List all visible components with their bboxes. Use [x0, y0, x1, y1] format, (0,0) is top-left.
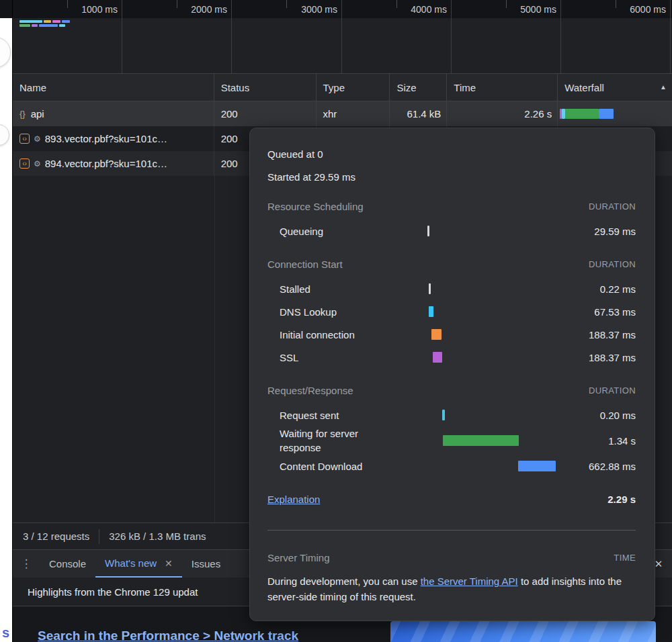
request-size: 61.4 kB: [390, 101, 447, 126]
summary-divider: [99, 529, 99, 544]
devtools-network-panel: 1000 ms 2000 ms 3000 ms 4000 ms 5000 ms …: [12, 0, 672, 642]
screenshot-root: s 1000 ms 2000 ms 3000 ms 4000 ms 5000 m…: [0, 0, 672, 642]
tab-close-icon[interactable]: ✕: [165, 558, 173, 569]
duration-column-header: DURATION: [589, 257, 636, 272]
ruler-tick: [616, 0, 616, 8]
page-behind-button: [0, 37, 11, 68]
requests-count: 3 / 12 requests: [23, 531, 89, 542]
duration-column-header: DURATION: [589, 383, 636, 398]
request-name: 893.vector.pbf?sku=101c…: [45, 133, 167, 144]
started-at-text: Started at 29.59 ms: [267, 170, 636, 185]
code-file-icon: ‹›: [19, 158, 30, 169]
request-row-api[interactable]: {} api 200 xhr 61.4 kB 2.26 s: [13, 101, 672, 126]
tab-console[interactable]: Console: [40, 550, 95, 578]
waiting-for-server-bar: [443, 435, 519, 446]
initial-connection-bar: [431, 329, 442, 340]
sort-ascending-icon: ▲: [660, 83, 667, 91]
explanation-row: Explanation 2.29 s: [267, 492, 636, 507]
timing-row-queueing: Queueing 29.59 ms: [267, 220, 636, 242]
whats-new-article-link[interactable]: Search in the Performance > Network trac…: [38, 629, 298, 642]
tab-whats-new[interactable]: What's new ✕: [95, 550, 182, 578]
tab-issues[interactable]: Issues: [182, 550, 230, 578]
ruler-tick: [177, 0, 177, 8]
timing-row-waiting: Waiting for server response 1.34 s: [267, 426, 636, 455]
xhr-braces-icon: {}: [19, 109, 26, 119]
ruler-gridline: [451, 0, 452, 74]
overview-request-bars: [13, 0, 161, 34]
timing-row-content-download: Content Download 662.88 ms: [267, 455, 636, 477]
ruler-corner: [0, 0, 12, 18]
page-behind-text: s: [2, 625, 9, 641]
request-type: xhr: [317, 101, 390, 126]
ruler-label: 5000 ms: [520, 4, 556, 15]
section-resource-scheduling: Resource Scheduling DURATION: [267, 199, 636, 214]
page-behind-strip: s: [0, 18, 12, 642]
request-name: 894.vector.pbf?sku=101c…: [45, 158, 167, 169]
waterfall-bars[interactable]: [558, 101, 672, 126]
queueing-bar: [427, 226, 429, 236]
server-timing-description: During development, you can use the Serv…: [267, 574, 636, 604]
dns-lookup-bar: [429, 306, 433, 317]
column-header-status[interactable]: Status: [214, 74, 317, 101]
column-header-type[interactable]: Type: [317, 74, 390, 101]
column-header-size[interactable]: Size: [390, 74, 447, 101]
request-status: 200: [214, 101, 317, 126]
queued-at-text: Queued at 0: [267, 147, 636, 162]
request-sent-bar: [442, 410, 445, 420]
ruler-gridline: [341, 0, 342, 74]
total-duration: 2.29 s: [607, 492, 636, 507]
transferred-size: 326 kB / 1.3 MB trans: [109, 531, 206, 542]
gear-icon: ⚙: [34, 134, 41, 144]
ruler-tick: [506, 0, 507, 8]
ruler-gridline: [670, 0, 671, 74]
popover-divider: [267, 530, 636, 531]
server-timing-api-link[interactable]: the Server Timing API: [421, 576, 518, 587]
article-thumbnail[interactable]: [390, 621, 656, 642]
ruler-tick: [286, 0, 287, 8]
page-behind-button: [0, 124, 9, 146]
stalled-bar: [429, 283, 431, 294]
section-server-timing: Server Timing TIME: [267, 551, 636, 565]
column-header-name[interactable]: Name: [13, 74, 214, 101]
drawer-close-icon[interactable]: ✕: [652, 557, 665, 571]
timing-row-request-sent: Request sent 0.20 ms: [267, 404, 636, 426]
column-header-time[interactable]: Time: [447, 74, 558, 101]
explanation-link[interactable]: Explanation: [267, 492, 320, 507]
time-column-header: TIME: [614, 551, 636, 565]
ruler-tick: [396, 0, 397, 8]
network-table-header: Name Status Type Size Time Waterfall ▲: [13, 74, 672, 101]
request-name: api: [31, 108, 44, 120]
duration-column-header: DURATION: [589, 199, 636, 214]
timing-row-initial-connection: Initial connection 188.37 ms: [267, 323, 636, 346]
ruler-gridline: [231, 0, 232, 74]
network-overview-timeline[interactable]: 1000 ms 2000 ms 3000 ms 4000 ms 5000 ms …: [13, 0, 672, 74]
timing-row-dns-lookup: DNS Lookup 67.53 ms: [267, 300, 636, 323]
ssl-bar: [433, 352, 442, 363]
ruler-label: 6000 ms: [630, 4, 666, 15]
timing-row-ssl: SSL 188.37 ms: [267, 346, 636, 369]
timing-row-stalled: Stalled 0.22 ms: [267, 277, 636, 300]
request-time: 2.26 s: [447, 101, 558, 126]
section-request-response: Request/Response DURATION: [267, 383, 636, 398]
ruler-label: 3000 ms: [301, 4, 337, 15]
gear-icon: ⚙: [34, 159, 41, 169]
content-download-bar: [518, 461, 556, 471]
request-timing-popover: Queued at 0 Started at 29.59 ms Resource…: [249, 128, 655, 621]
column-header-waterfall[interactable]: Waterfall ▲: [558, 74, 672, 101]
ruler-label: 2000 ms: [191, 4, 227, 15]
section-connection-start: Connection Start DURATION: [267, 257, 636, 272]
ruler-label: 4000 ms: [411, 4, 447, 15]
code-file-icon: ‹›: [19, 134, 30, 144]
ruler-gridline: [560, 0, 561, 74]
kebab-menu-icon[interactable]: ⋮: [13, 550, 40, 578]
